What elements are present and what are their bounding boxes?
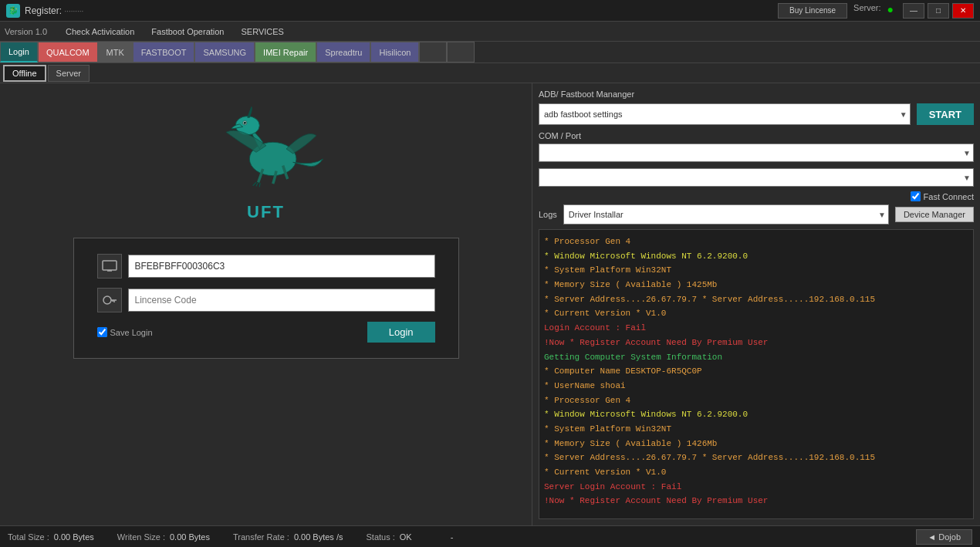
tab-fastboot[interactable]: FASTBOOT <box>133 42 195 62</box>
log-line: * Processor Gen 4 <box>544 393 968 408</box>
logs-row: Logs Driver Installar ▼ Device Manager <box>539 204 974 225</box>
status-label: Status : <box>366 532 394 542</box>
logs-label: Logs <box>539 210 557 219</box>
start-button[interactable]: START <box>917 103 974 125</box>
menubar: Version 1.0 Check Activication Fastboot … <box>0 22 980 42</box>
tab-blank2[interactable] <box>447 42 475 62</box>
log-line: * Server Address....26.67.79.7 * Server … <box>544 292 968 307</box>
tab-mtk[interactable]: MTK <box>98 42 133 62</box>
app-title-dots: ········· <box>64 7 83 15</box>
log-line: * Window Microsoft Windows NT 6.2.9200.0 <box>544 407 968 422</box>
total-size-value: 0.00 Bytes <box>54 532 94 542</box>
login-actions: Save Login Login <box>97 322 435 343</box>
log-line: Getting Computer System Information <box>544 350 968 365</box>
subtab-server[interactable]: Server <box>48 65 90 82</box>
dojob-button[interactable]: ◄ Dojob <box>916 529 972 545</box>
writen-size-item: Writen Size : 0.00 Bytes <box>117 532 210 542</box>
main-content: UFT Save Login <box>0 83 980 525</box>
tab-spreadtru[interactable]: Spreadtru <box>316 42 370 62</box>
uft-logo-text: UFT <box>247 202 285 222</box>
tab-login[interactable]: Login <box>0 42 38 62</box>
writen-size-value: 0.00 Bytes <box>170 532 210 542</box>
server-label: Server: <box>853 3 880 19</box>
transfer-rate-item: Transfer Rate : 0.00 Bytes /s <box>233 532 343 542</box>
subtab-offline[interactable]: Offline <box>3 65 46 82</box>
buy-license-button[interactable]: Buy Lincense <box>778 3 847 19</box>
subtabs-row: Offline Server <box>0 63 980 83</box>
license-field-row <box>97 288 435 312</box>
fast-connect-row: Fast Connect <box>539 191 974 201</box>
tab-qualcom[interactable]: QUALCOM <box>38 42 98 62</box>
tabs-row: Login QUALCOM MTK FASTBOOT SAMSUNG IMEI … <box>0 42 980 63</box>
dragon-logo: UFT <box>181 99 351 222</box>
status-dash: - <box>451 532 454 542</box>
app-title: Register: ········· <box>25 5 778 16</box>
adb-row: adb fastboot settings ▼ START <box>539 103 974 125</box>
left-panel: UFT Save Login <box>0 83 532 525</box>
status-item: Status : OK <box>366 532 411 542</box>
com-select-1[interactable] <box>539 144 974 162</box>
tab-hisilicon[interactable]: Hisilicon <box>370 42 419 62</box>
log-line: * Server Address....26.67.79.7 * Server … <box>544 451 968 465</box>
dragon-svg <box>189 99 343 199</box>
log-line: * Computer Name DESKTOP-6R5QC0P <box>544 364 968 379</box>
fast-connect-checkbox[interactable] <box>911 191 921 201</box>
log-line: * UserName shoai <box>544 379 968 393</box>
fast-connect-label: Fast Connect <box>924 192 974 201</box>
com-select-2[interactable] <box>539 168 974 187</box>
tab-imei-repair[interactable]: IMEI Repair <box>255 42 316 62</box>
com-port-label: COM / Port <box>539 131 974 140</box>
menu-fastboot-operation[interactable]: Fastboot Operation <box>148 25 227 38</box>
com-row: COM / Port ▼ ▼ <box>539 131 974 187</box>
log-line: * Memory Size ( Available ) 1426Mb <box>544 437 968 451</box>
log-line: !Now * Register Account Need By Premium … <box>544 336 968 350</box>
log-line: * Current Version * V1.0 <box>544 465 968 480</box>
total-size-item: Total Size : 0.00 Bytes <box>8 532 94 542</box>
right-panel: ADB/ Fastboot Mananger adb fastboot sett… <box>532 83 980 525</box>
log-area: * Processor Gen 4* Window Microsoft Wind… <box>539 229 974 519</box>
login-button[interactable]: Login <box>367 322 435 343</box>
log-line: * System Platform Win32NT <box>544 263 968 278</box>
svg-rect-4 <box>103 261 117 270</box>
id-field-row <box>97 254 435 279</box>
menu-services[interactable]: SERVICES <box>238 25 286 38</box>
log-line: * Memory Size ( Available ) 1425Mb <box>544 278 968 292</box>
titlebar: 🐉 Register: ········· Buy Lincense Serve… <box>0 0 980 22</box>
monitor-icon <box>97 254 122 279</box>
writen-size-label: Writen Size : <box>117 532 165 542</box>
adb-select[interactable]: adb fastboot settings <box>539 103 911 125</box>
total-size-label: Total Size : <box>8 532 49 542</box>
device-manager-button[interactable]: Device Manager <box>895 207 974 222</box>
log-line: * Processor Gen 4 <box>544 235 968 249</box>
minimize-button[interactable]: — <box>903 3 924 19</box>
tab-samsung[interactable]: SAMSUNG <box>194 42 255 62</box>
svg-point-3 <box>243 122 245 124</box>
close-button[interactable]: ✕ <box>952 3 974 19</box>
log-line: Server Login Account : Fail <box>544 480 968 495</box>
svg-point-5 <box>103 296 111 304</box>
login-box: Save Login Login <box>73 238 459 359</box>
version-badge: Version 1.0 <box>5 27 47 36</box>
adb-label: ADB/ Fastboot Mananger <box>539 89 634 99</box>
transfer-rate-value: 0.00 Bytes /s <box>294 532 343 542</box>
app-title-text: Register: <box>25 5 62 16</box>
license-code-input[interactable] <box>128 289 435 312</box>
status-value: OK <box>400 532 412 542</box>
hardware-id-input[interactable] <box>128 255 435 278</box>
tab-blank1[interactable] <box>419 42 447 62</box>
statusbar: Total Size : 0.00 Bytes Writen Size : 0.… <box>0 525 980 547</box>
menu-check-activation[interactable]: Check Activication <box>63 25 137 38</box>
log-line: * System Platform Win32NT <box>544 422 968 437</box>
log-line: * Current Version * V1.0 <box>544 306 968 321</box>
save-login-checkbox[interactable] <box>97 327 107 337</box>
log-line: * Window Microsoft Windows NT 6.2.9200.0 <box>544 249 968 264</box>
transfer-rate-label: Transfer Rate : <box>233 532 289 542</box>
key-icon <box>97 288 122 312</box>
logs-select[interactable]: Driver Installar <box>563 204 889 225</box>
app-icon: 🐉 <box>6 4 20 18</box>
server-status-icon: ● <box>887 3 894 19</box>
window-controls: Buy Lincense Server: ● — □ ✕ <box>778 3 974 19</box>
save-login-label[interactable]: Save Login <box>97 327 153 337</box>
log-line: !Now * Register Account Need By Premium … <box>544 494 968 508</box>
maximize-button[interactable]: □ <box>928 3 949 19</box>
